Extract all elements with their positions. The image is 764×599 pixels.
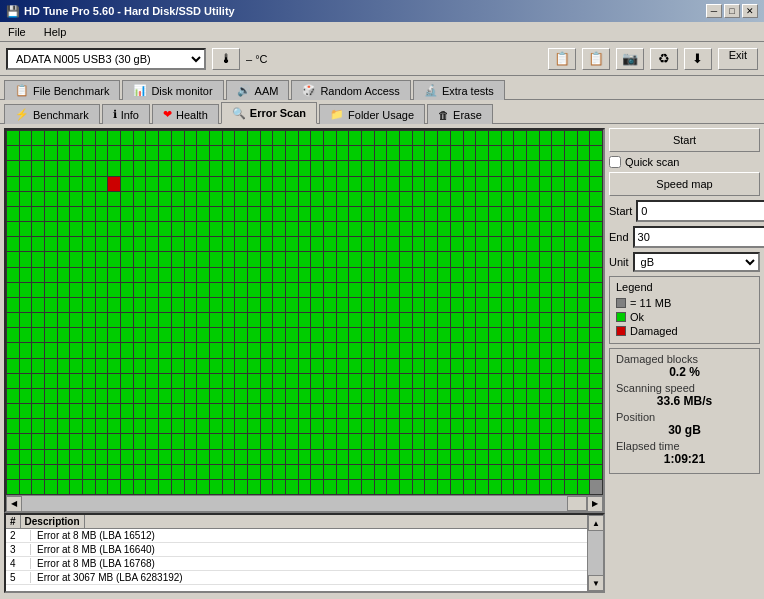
grid-cell — [134, 465, 146, 479]
grid-cell — [185, 161, 197, 175]
grid-cell — [83, 131, 95, 145]
grid-cell — [248, 222, 260, 236]
log-scrollbar[interactable]: ▲ ▼ — [587, 515, 603, 591]
grid-cell — [578, 359, 590, 373]
menu-help[interactable]: Help — [40, 25, 71, 39]
grid-cell — [45, 359, 57, 373]
thermometer-icon[interactable]: 🌡 — [212, 48, 240, 70]
grid-cell — [299, 177, 311, 191]
grid-cell — [464, 146, 476, 160]
grid-cell — [400, 131, 412, 145]
grid-cell — [7, 419, 19, 433]
grid-cell — [514, 146, 526, 160]
quick-scan-checkbox[interactable] — [609, 156, 621, 168]
grid-cell — [146, 177, 158, 191]
tab-benchmark[interactable]: ⚡ Benchmark — [4, 104, 100, 124]
grid-cell — [489, 298, 501, 312]
tab-file-benchmark[interactable]: 📋 File Benchmark — [4, 80, 120, 100]
grid-cell — [210, 313, 222, 327]
grid-cell — [400, 192, 412, 206]
log-scroll-down[interactable]: ▼ — [588, 575, 604, 591]
tab-erase[interactable]: 🗑 Erase — [427, 104, 493, 124]
download-icon-btn[interactable]: ⬇ — [684, 48, 712, 70]
benchmark-icon-btn[interactable]: 📋 — [548, 48, 576, 70]
grid-cell — [159, 252, 171, 266]
grid-cell — [438, 146, 450, 160]
grid-cell — [464, 268, 476, 282]
unit-select[interactable]: gB MB — [633, 252, 760, 272]
copy-icon-btn[interactable]: 📋 — [582, 48, 610, 70]
grid-cell — [413, 328, 425, 342]
grid-cell — [540, 146, 552, 160]
legend-block-size: = 11 MB — [616, 297, 753, 309]
tab-random-access[interactable]: 🎲 Random Access — [291, 80, 410, 100]
grid-cell — [70, 283, 82, 297]
maximize-button[interactable]: □ — [724, 4, 740, 18]
end-input[interactable] — [633, 226, 764, 248]
grid-cell — [362, 298, 374, 312]
grid-cell — [20, 404, 32, 418]
grid-cell — [337, 146, 349, 160]
grid-cell — [349, 374, 361, 388]
grid-cell — [172, 419, 184, 433]
grid-cell — [387, 343, 399, 357]
start-field-row: Start ▲ ▼ — [609, 200, 760, 222]
damaged-swatch — [616, 326, 626, 336]
grid-cell — [197, 343, 209, 357]
grid-cell — [400, 419, 412, 433]
grid-cell — [20, 192, 32, 206]
grid-cell — [261, 328, 273, 342]
grid-cell — [514, 419, 526, 433]
grid-cell — [210, 146, 222, 160]
grid-cell — [413, 131, 425, 145]
grid-cell — [286, 146, 298, 160]
grid-cell — [502, 434, 514, 448]
grid-cell — [146, 359, 158, 373]
scroll-left-button[interactable]: ◀ — [6, 496, 22, 512]
scroll-thumb[interactable] — [567, 496, 587, 511]
error-log-rows[interactable]: 2Error at 8 MB (LBA 16512)3Error at 8 MB… — [6, 529, 587, 587]
grid-cell — [7, 480, 19, 494]
list-item: 4Error at 8 MB (LBA 16768) — [6, 557, 587, 571]
error-row-num: 5 — [6, 572, 31, 583]
tab-error-scan[interactable]: 🔍 Error Scan — [221, 102, 317, 124]
start-button[interactable]: Start — [609, 128, 760, 152]
tab-file-benchmark-label: File Benchmark — [33, 85, 109, 97]
grid-cell — [58, 283, 70, 297]
minimize-button[interactable]: ─ — [706, 4, 722, 18]
camera-icon-btn[interactable]: 📷 — [616, 48, 644, 70]
grid-cell — [311, 313, 323, 327]
grid-cell — [413, 404, 425, 418]
tab-disk-monitor[interactable]: 📊 Disk monitor — [122, 80, 223, 100]
grid-cell — [565, 419, 577, 433]
start-input[interactable] — [636, 200, 764, 222]
grid-cell — [387, 298, 399, 312]
tab-folder-usage[interactable]: 📁 Folder Usage — [319, 104, 425, 124]
exit-button[interactable]: Exit — [718, 48, 758, 70]
scroll-right-button[interactable]: ▶ — [587, 496, 603, 512]
tab-aam[interactable]: 🔊 AAM — [226, 80, 290, 100]
grid-cell — [96, 298, 108, 312]
tab-health[interactable]: ❤ Health — [152, 104, 219, 124]
close-button[interactable]: ✕ — [742, 4, 758, 18]
drive-select[interactable]: ADATA N005 USB3 (30 gB) — [6, 48, 206, 70]
log-scroll-up[interactable]: ▲ — [588, 515, 604, 531]
grid-cell — [58, 268, 70, 282]
grid-cell — [235, 207, 247, 221]
grid-cell — [438, 192, 450, 206]
grid-cell — [540, 419, 552, 433]
error-scan-icon: 🔍 — [232, 107, 246, 120]
grid-cell — [134, 177, 146, 191]
tab-info[interactable]: ℹ Info — [102, 104, 150, 124]
scan-scrollbar[interactable]: ◀ ▶ — [6, 495, 603, 511]
grid-cell — [32, 237, 44, 251]
grid-cell — [108, 359, 120, 373]
refresh-icon-btn[interactable]: ♻ — [650, 48, 678, 70]
grid-cell — [527, 207, 539, 221]
speed-map-button[interactable]: Speed map — [609, 172, 760, 196]
tab-extra-tests[interactable]: 🔬 Extra tests — [413, 80, 505, 100]
menu-file[interactable]: File — [4, 25, 30, 39]
grid-cell — [362, 252, 374, 266]
grid-cell — [299, 131, 311, 145]
grid-cell — [235, 192, 247, 206]
